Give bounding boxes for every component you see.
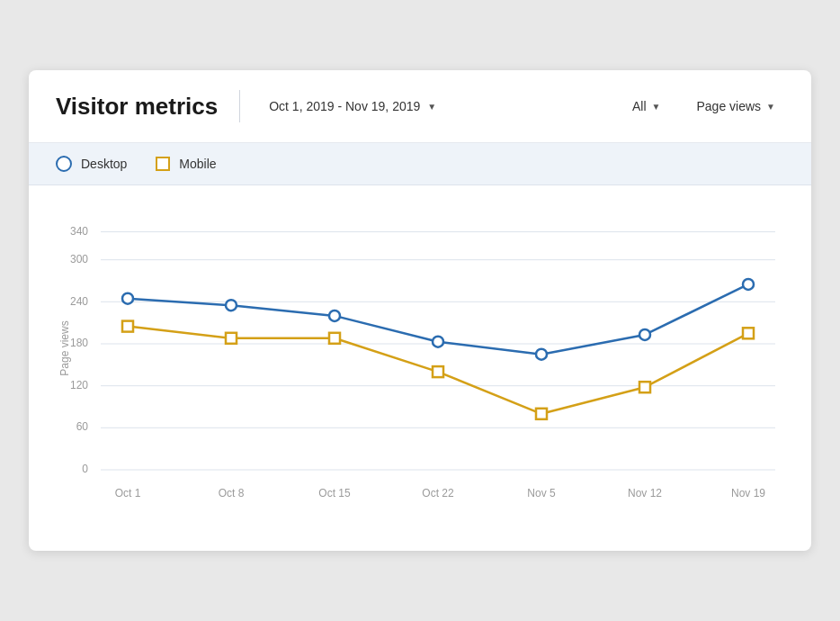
- y-label-340: 340: [70, 225, 88, 238]
- date-range-chevron-icon: ▼: [427, 102, 436, 112]
- y-label-60: 60: [76, 420, 89, 433]
- page-title: Visitor metrics: [56, 93, 218, 121]
- desktop-legend-icon: [56, 156, 72, 172]
- y-label-180: 180: [70, 337, 88, 349]
- all-filter-button[interactable]: All ▼: [623, 95, 669, 117]
- desktop-legend-label: Desktop: [81, 157, 127, 171]
- chart-area: 340 300 240 180 120 60 0 Page views Oct …: [29, 185, 811, 551]
- x-label-oct15: Oct 15: [318, 487, 351, 500]
- desktop-point-4[interactable]: [536, 349, 547, 360]
- mobile-point-3[interactable]: [433, 366, 443, 377]
- y-label-240: 240: [70, 295, 88, 308]
- x-label-nov19: Nov 19: [731, 487, 765, 500]
- y-label-120: 120: [70, 379, 88, 392]
- mobile-point-5[interactable]: [639, 382, 650, 392]
- x-label-oct22: Oct 22: [422, 487, 454, 500]
- y-axis-title: Page views: [58, 320, 71, 375]
- y-label-0: 0: [82, 463, 88, 475]
- page-views-filter-chevron-icon: ▼: [766, 102, 775, 112]
- date-range-button[interactable]: Oct 1, 2019 - Nov 19, 2019 ▼: [262, 95, 443, 117]
- desktop-point-2[interactable]: [329, 310, 340, 321]
- page-views-filter-button[interactable]: Page views ▼: [688, 95, 785, 117]
- desktop-point-3[interactable]: [433, 337, 443, 347]
- mobile-point-2[interactable]: [329, 333, 340, 344]
- all-filter-chevron-icon: ▼: [652, 102, 661, 112]
- legend-bar: Desktop Mobile: [29, 143, 811, 185]
- header: Visitor metrics Oct 1, 2019 - Nov 19, 20…: [29, 70, 811, 143]
- all-filter-label: All: [632, 99, 647, 113]
- mobile-point-6[interactable]: [743, 328, 754, 338]
- mobile-point-0[interactable]: [122, 321, 133, 332]
- y-label-300: 300: [70, 253, 88, 266]
- x-label-nov12: Nov 12: [628, 487, 662, 500]
- mobile-legend-label: Mobile: [179, 157, 216, 171]
- date-range-label: Oct 1, 2019 - Nov 19, 2019: [269, 99, 420, 113]
- desktop-point-0[interactable]: [122, 293, 133, 304]
- x-label-nov5: Nov 5: [527, 487, 556, 500]
- mobile-legend-icon: [156, 157, 170, 171]
- x-label-oct1: Oct 1: [115, 487, 141, 500]
- desktop-point-5[interactable]: [639, 329, 650, 340]
- legend-desktop[interactable]: Desktop: [56, 156, 127, 172]
- page-views-filter-label: Page views: [697, 99, 762, 113]
- desktop-point-6[interactable]: [743, 279, 754, 290]
- header-divider: [239, 90, 240, 122]
- desktop-point-1[interactable]: [226, 300, 237, 310]
- x-label-oct8: Oct 8: [219, 487, 245, 500]
- main-card: Visitor metrics Oct 1, 2019 - Nov 19, 20…: [29, 70, 811, 551]
- legend-mobile[interactable]: Mobile: [156, 157, 216, 171]
- line-chart: 340 300 240 180 120 60 0 Page views Oct …: [56, 200, 784, 524]
- mobile-point-1[interactable]: [226, 333, 237, 344]
- mobile-point-4[interactable]: [536, 409, 547, 419]
